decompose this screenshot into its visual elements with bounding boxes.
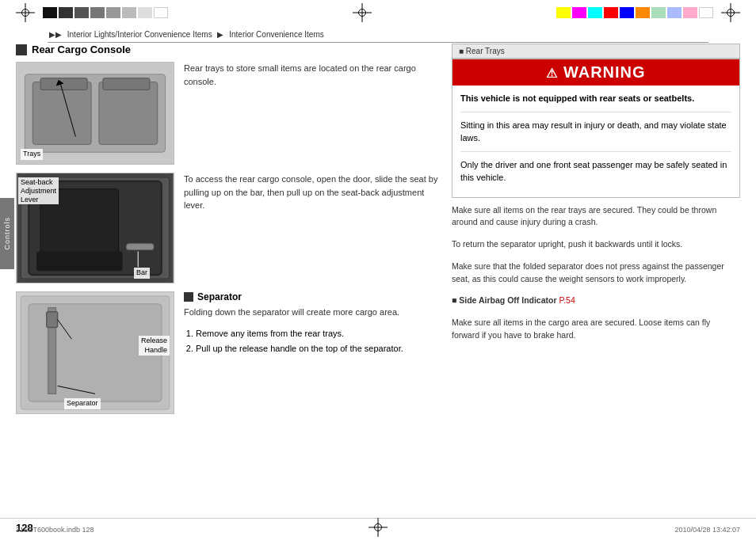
reg-mark-left	[16, 3, 35, 22]
breadcrumb-path1: Interior Lights/Interior Convenience Ite…	[67, 30, 212, 39]
bottom-bar: 31SZT600book.indb 128 2010/04/28 13:42:0…	[0, 518, 756, 540]
section-title-icon	[16, 44, 27, 55]
svg-rect-13	[126, 244, 154, 250]
swatch-yellow	[556, 7, 571, 18]
separator-icon	[184, 292, 193, 302]
label-seat-back: Seat-backAdjustmentLever	[18, 177, 59, 204]
warning-box: ⚠ WARNING This vehicle is not equipped w…	[452, 59, 740, 198]
step-2: Pull up the release handle on the top of…	[196, 342, 444, 356]
top-bar	[0, 0, 756, 25]
swatch-white	[699, 7, 713, 18]
right-header: ■ Rear Trays	[452, 44, 740, 59]
separator-image-panel: ReleaseHandle Separator	[16, 291, 174, 414]
warning-title: WARNING	[563, 63, 646, 81]
warning-header: ⚠ WARNING	[452, 59, 739, 86]
right-info-1: Make sure all items on the rear trays ar…	[452, 204, 740, 234]
reg-mark-center	[353, 3, 372, 22]
svg-rect-4	[40, 78, 87, 90]
warning-para-3: Only the driver and one front seat passe…	[460, 158, 731, 191]
section-title-text: Rear Cargo Console	[32, 44, 131, 55]
swatch-6	[122, 7, 136, 18]
svg-rect-3	[99, 82, 158, 145]
airbag-link-page[interactable]: P.54	[559, 295, 575, 305]
right-info-4: Make sure all items in the cargo area ar…	[452, 317, 740, 347]
right-airbag-link: ■ Side Airbag Off Indicator P.54	[452, 295, 740, 312]
swatch-pink	[683, 7, 697, 18]
breadcrumb-arrow2: ▶	[217, 30, 223, 39]
separator-steps: Remove any items from the rear trays. Pu…	[196, 327, 444, 356]
step-1: Remove any items from the rear trays.	[196, 327, 444, 340]
swatch-5	[106, 7, 120, 18]
swatch-orange	[636, 7, 650, 18]
seat-adjustment-row: Seat-backAdjustmentLever Bar To access t…	[16, 173, 444, 283]
label-trays: Trays	[21, 149, 43, 160]
warning-para-1: This vehicle is not equipped with rear s…	[460, 92, 731, 112]
svg-rect-2	[32, 82, 91, 145]
swatch-3	[74, 7, 89, 18]
warning-text-3: Only the driver and one front seat passe…	[460, 160, 727, 183]
label-bar: Bar	[134, 268, 150, 279]
bottom-reg-mark	[362, 518, 394, 537]
swatch-light-blue	[667, 7, 682, 18]
cargo-image: Trays	[16, 62, 174, 165]
left-column: Rear Cargo Console	[16, 44, 444, 516]
cargo-intro-text: Rear trays to store small items are loca…	[184, 62, 444, 165]
color-swatches-right	[556, 3, 746, 22]
right-info-2: To return the separator upright, push it…	[452, 238, 740, 256]
timestamp: 2010/04/28 13:42:07	[674, 526, 740, 534]
cargo-image-panel: Trays	[16, 62, 174, 165]
right-header-text: ■ Rear Trays	[459, 47, 505, 55]
swatch-7	[138, 7, 152, 18]
swatch-light-green	[651, 7, 666, 18]
reg-mark-right	[721, 3, 740, 22]
airbag-link-prefix: ■ Side Airbag Off Indicator	[452, 295, 557, 305]
seat-image-panel: Seat-backAdjustmentLever Bar	[16, 173, 174, 283]
seat-image: Seat-backAdjustmentLever Bar	[16, 173, 174, 283]
svg-rect-19	[47, 312, 58, 328]
right-info-3: Make sure that the folded separator does…	[452, 260, 740, 291]
access-instructions-text: To access the rear cargo console, open t…	[184, 173, 444, 283]
swatch-red	[604, 7, 618, 18]
swatch-8	[154, 7, 168, 18]
cargo-intro-row: Trays Rear trays to store small items ar…	[16, 62, 444, 165]
cargo-intro-paragraph: Rear trays to store small items are loca…	[184, 62, 444, 88]
swatch-1	[43, 7, 57, 18]
sidebar-label: Controls	[3, 217, 11, 250]
swatch-4	[90, 7, 105, 18]
main-content: Rear Cargo Console	[16, 44, 740, 516]
label-release-handle: ReleaseHandle	[139, 336, 170, 356]
file-info: 31SZT600book.indb 128	[16, 526, 94, 534]
separator-title: Separator	[197, 291, 242, 302]
separator-section-header: Separator	[184, 291, 444, 302]
warning-text-1: This vehicle is not equipped with rear s…	[460, 93, 694, 103]
swatch-magenta	[572, 7, 586, 18]
separator-intro: Folding down the separator will create m…	[184, 306, 444, 319]
warning-para-2: Sitting in this area may result in injur…	[460, 119, 731, 152]
sidebar-tab: Controls	[0, 198, 14, 269]
swatch-2	[59, 7, 73, 18]
separator-image: ReleaseHandle Separator	[16, 291, 174, 414]
swatch-cyan	[588, 7, 602, 18]
section-title: Rear Cargo Console	[16, 44, 444, 55]
access-instructions-paragraph: To access the rear cargo console, open t…	[184, 173, 444, 212]
right-column: ■ Rear Trays ⚠ WARNING This vehicle is n…	[452, 44, 740, 516]
swatch-blue	[620, 7, 634, 18]
warning-body: This vehicle is not equipped with rear s…	[452, 86, 739, 197]
breadcrumb: ▶▶ Interior Lights/Interior Convenience …	[48, 30, 708, 43]
warning-triangle-icon: ⚠	[546, 67, 558, 80]
svg-rect-5	[103, 78, 150, 90]
breadcrumb-arrows: ▶▶	[49, 30, 62, 39]
breadcrumb-path2: Interior Convenience Items	[229, 30, 324, 39]
color-swatches-left	[10, 3, 168, 22]
separator-row: ReleaseHandle Separator Separator Foldin…	[16, 291, 444, 414]
separator-text-side: Separator Folding down the separator wil…	[184, 291, 444, 414]
label-separator: Separator	[64, 398, 101, 409]
warning-text-2: Sitting in this area may result in injur…	[460, 120, 727, 143]
svg-rect-12	[36, 252, 122, 272]
